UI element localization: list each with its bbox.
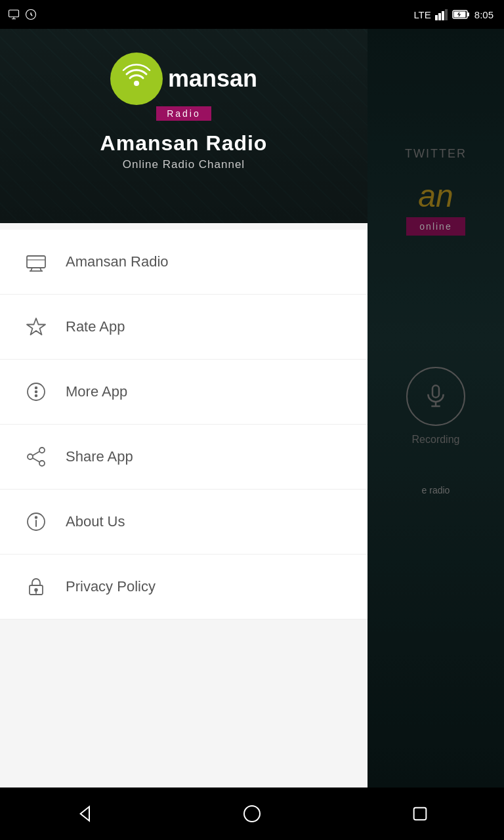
header-logo-text: mansan: [168, 65, 257, 93]
svg-point-29: [35, 516, 37, 518]
drawer-app-subtitle: Online Radio Channel: [123, 158, 245, 171]
svg-line-26: [33, 458, 39, 462]
time-label: 8:05: [474, 9, 494, 20]
svg-point-22: [39, 448, 45, 453]
drawer-logo-container: mansan Radio Amansan Radio Online Radio …: [100, 52, 268, 171]
star-icon: [20, 310, 52, 343]
menu-label-more-app: More App: [66, 383, 127, 400]
logo-circle: [110, 52, 163, 105]
menu-item-share-app[interactable]: Share App: [0, 425, 368, 490]
svg-rect-1: [435, 15, 438, 20]
network-label: LTE: [413, 9, 430, 20]
home-circle-icon: [242, 803, 262, 824]
header-radio-label: Radio: [167, 108, 201, 119]
more-icon: [20, 375, 52, 408]
back-icon: [74, 803, 94, 824]
svg-line-25: [33, 452, 39, 455]
svg-point-21: [35, 395, 37, 397]
recents-button[interactable]: [394, 788, 446, 840]
svg-marker-17: [27, 318, 45, 335]
menu-label-share-app: Share App: [66, 448, 133, 465]
svg-point-34: [244, 806, 260, 822]
svg-point-19: [35, 387, 37, 389]
menu-label-amansan-radio: Amansan Radio: [66, 253, 169, 270]
menu-item-more-app[interactable]: More App: [0, 360, 368, 425]
battery-icon: [452, 9, 471, 20]
svg-rect-35: [414, 808, 427, 820]
svg-point-20: [35, 391, 37, 393]
svg-point-11: [134, 81, 139, 86]
status-bar: LTE 8:05: [0, 0, 504, 29]
menu-label-privacy-policy: Privacy Policy: [66, 578, 156, 595]
svg-rect-3: [442, 11, 444, 20]
signal-icon: [435, 9, 448, 20]
back-button[interactable]: [58, 788, 110, 840]
lock-icon: [20, 570, 52, 603]
svg-rect-2: [438, 13, 441, 20]
share-icon: [20, 440, 52, 473]
menu-item-rate-app[interactable]: Rate App: [0, 295, 368, 360]
svg-rect-0: [9, 10, 19, 17]
tv-icon: [20, 245, 52, 278]
menu-label-about-us: About Us: [66, 513, 125, 530]
menu-label-rate-app: Rate App: [66, 318, 125, 335]
menu-item-amansan-radio[interactable]: Amansan Radio: [0, 230, 368, 295]
svg-rect-6: [467, 12, 469, 16]
svg-point-24: [39, 461, 45, 466]
svg-rect-4: [445, 9, 448, 20]
svg-rect-12: [27, 256, 45, 268]
menu-item-about-us[interactable]: About Us: [0, 490, 368, 555]
info-icon: [20, 505, 52, 538]
recents-icon: [410, 803, 430, 824]
svg-marker-33: [81, 807, 89, 820]
bottom-nav: [0, 788, 504, 840]
nav-drawer: mansan Radio Amansan Radio Online Radio …: [0, 0, 368, 840]
home-button[interactable]: [226, 788, 278, 840]
drawer-app-name: Amansan Radio: [100, 131, 268, 156]
drawer-header: mansan Radio Amansan Radio Online Radio …: [0, 0, 368, 223]
menu-list: Amansan Radio Rate App More App: [0, 223, 368, 798]
svg-point-23: [28, 454, 33, 459]
wifi-logo-icon: [120, 62, 153, 95]
menu-item-privacy-policy[interactable]: Privacy Policy: [0, 555, 368, 620]
